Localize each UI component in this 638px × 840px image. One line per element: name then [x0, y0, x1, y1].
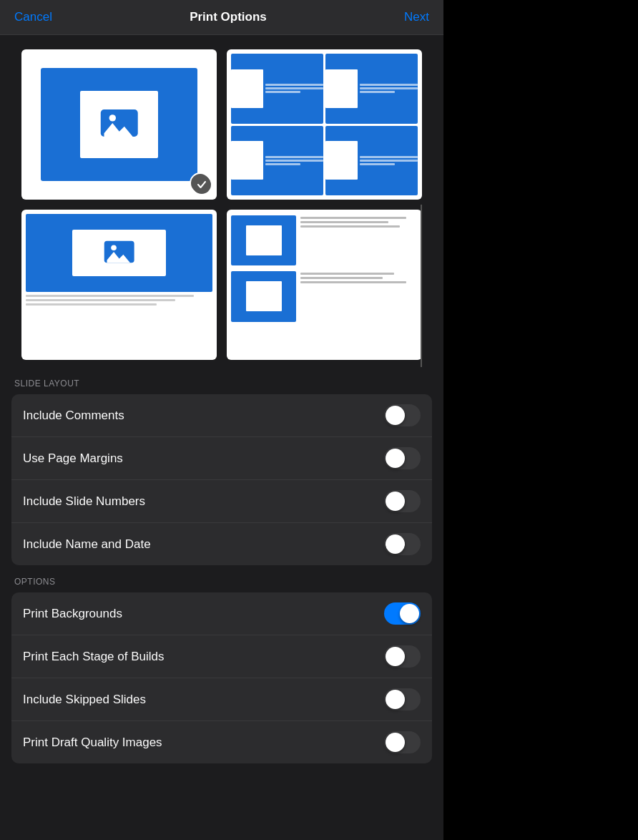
toggle-knob	[386, 534, 405, 554]
include-comments-label: Include Comments	[23, 409, 124, 423]
use-page-margins-toggle[interactable]	[384, 447, 421, 469]
toggle-row-print-draft-quality: Print Draft Quality Images	[11, 721, 432, 763]
selected-checkmark	[192, 175, 211, 194]
svg-point-1	[109, 114, 115, 121]
include-comments-toggle[interactable]	[384, 404, 421, 426]
include-slide-numbers-label: Include Slide Numbers	[23, 494, 145, 509]
print-backgrounds-label: Print Backgrounds	[23, 607, 122, 621]
toggle-knob	[386, 733, 405, 752]
use-page-margins-label: Use Page Margins	[23, 451, 123, 466]
toggle-knob	[400, 604, 419, 623]
toggle-row-include-skipped-slides: Include Skipped Slides	[11, 678, 432, 721]
toggle-row-print-each-stage: Print Each Stage of Builds	[11, 635, 432, 678]
toggle-knob	[386, 690, 405, 709]
print-each-stage-label: Print Each Stage of Builds	[23, 650, 165, 664]
toggle-knob	[386, 492, 405, 511]
toggle-knob	[386, 449, 405, 468]
next-button[interactable]: Next	[404, 10, 429, 24]
print-draft-quality-toggle[interactable]	[384, 731, 421, 753]
toggle-row-print-backgrounds: Print Backgrounds	[11, 592, 432, 635]
layout-four-up[interactable]	[227, 49, 422, 200]
options-label: OPTIONS	[0, 565, 443, 592]
slide-layout-label: SLIDE LAYOUT	[0, 367, 443, 394]
include-name-date-toggle[interactable]	[384, 533, 421, 555]
include-skipped-slides-label: Include Skipped Slides	[23, 693, 146, 707]
layout-outline[interactable]	[227, 210, 422, 360]
toggle-knob	[386, 406, 405, 425]
page-title: Print Options	[190, 10, 267, 24]
scrollable-content: SLIDE LAYOUT Include Comments Use Page M…	[0, 35, 443, 840]
header: Cancel Print Options Next	[0, 0, 443, 35]
layout-thumbnails	[0, 35, 443, 367]
print-backgrounds-toggle[interactable]	[384, 602, 421, 625]
toggle-knob	[386, 647, 405, 666]
black-area	[443, 0, 638, 840]
print-each-stage-toggle[interactable]	[384, 645, 421, 668]
toggle-row-include-slide-numbers: Include Slide Numbers	[11, 480, 432, 523]
print-draft-quality-label: Print Draft Quality Images	[23, 736, 162, 750]
options-toggle-group: Print Backgrounds Print Each Stage of Bu…	[11, 592, 432, 763]
cancel-button[interactable]: Cancel	[14, 10, 52, 24]
toggle-row-include-name-date: Include Name and Date	[11, 523, 432, 565]
slide-layout-toggle-group: Include Comments Use Page Margins Includ…	[11, 394, 432, 565]
include-skipped-slides-toggle[interactable]	[384, 688, 421, 710]
svg-point-3	[111, 245, 117, 250]
include-name-date-label: Include Name and Date	[23, 537, 151, 552]
include-slide-numbers-toggle[interactable]	[384, 490, 421, 512]
layout-single-slide[interactable]	[21, 49, 217, 200]
connector-vertical	[421, 205, 422, 367]
print-options-panel: Cancel Print Options Next	[0, 0, 443, 840]
toggle-row-include-comments: Include Comments	[11, 394, 432, 437]
toggle-row-use-page-margins: Use Page Margins	[11, 437, 432, 480]
layout-with-notes[interactable]	[21, 210, 217, 360]
